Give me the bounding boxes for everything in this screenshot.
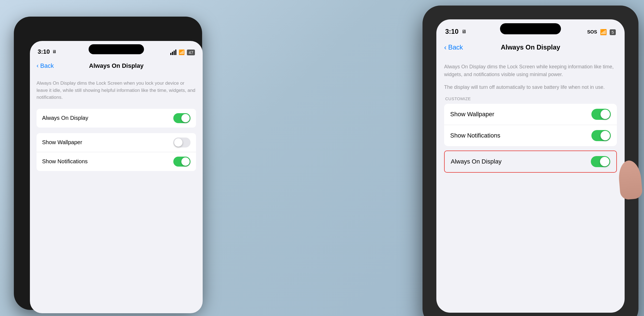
phone-right-frame: 3:10 🖥 SOS 📶 5 ‹ Back Always On Display xyxy=(423,6,638,316)
phone-right-screen: 3:10 🖥 SOS 📶 5 ‹ Back Always On Display xyxy=(436,19,625,313)
status-time-right: 3:10 xyxy=(445,28,458,35)
toggle-knob-wallpaper-right xyxy=(601,110,610,119)
nav-title-right: Always On Display xyxy=(501,43,560,51)
status-icons-left: 📶 47 xyxy=(170,49,195,55)
phone-left-screen: 3:10 🖥 📶 47 ‹ Ba xyxy=(30,41,203,313)
always-on-display-label-right: Always On Display xyxy=(451,158,501,165)
signal-bars-left xyxy=(170,50,176,55)
show-wallpaper-label-left: Show Wallpaper xyxy=(42,139,82,146)
show-wallpaper-toggle-right[interactable] xyxy=(591,109,611,120)
phone-left-case: 3:10 🖥 📶 47 ‹ Ba xyxy=(14,17,202,310)
wifi-icon-right: 📶 xyxy=(600,29,607,35)
show-notifications-row-right[interactable]: Show Notifications xyxy=(444,125,617,146)
show-notifications-label-left: Show Notifications xyxy=(42,158,88,165)
battery-left: 47 xyxy=(187,50,195,55)
nav-bar-right: ‹ Back Always On Display xyxy=(436,39,625,56)
phone-right: 3:10 🖥 SOS 📶 5 ‹ Back Always On Display xyxy=(417,0,644,316)
show-wallpaper-toggle-left[interactable] xyxy=(173,138,190,147)
toggle-knob-notif-left xyxy=(181,157,190,166)
back-label-left[interactable]: Back xyxy=(40,62,54,69)
always-on-display-highlighted-row[interactable]: Always On Display xyxy=(444,151,617,173)
status-time-left: 3:10 xyxy=(38,48,50,55)
sos-label-right: SOS xyxy=(587,29,597,35)
back-button-left[interactable]: ‹ Back xyxy=(37,62,54,69)
always-on-display-toggle-left[interactable] xyxy=(173,113,190,123)
settings-section-right: Show Wallpaper Show Notifications xyxy=(444,104,617,146)
battery-right: 5 xyxy=(610,29,616,35)
show-wallpaper-label-right: Show Wallpaper xyxy=(450,111,494,118)
description2-right: The display will turn off automatically … xyxy=(444,84,617,91)
show-notifications-row-left[interactable]: Show Notifications xyxy=(37,152,196,171)
always-on-display-row-left[interactable]: Always On Display xyxy=(37,109,196,128)
always-on-display-toggle-right[interactable] xyxy=(591,156,610,167)
description1-right: Always On Display dims the Lock Screen w… xyxy=(444,63,617,79)
toggle-knob-left xyxy=(181,114,190,122)
status-icons-right: SOS 📶 5 xyxy=(587,29,616,35)
nav-title-left: Always On Display xyxy=(89,62,144,69)
screen-content-right: Always On Display dims the Lock Screen w… xyxy=(436,56,625,313)
description-left: Always On Display dims the Lock Screen w… xyxy=(37,80,196,101)
always-on-display-label-left: Always On Display xyxy=(42,115,88,121)
nav-bar-left: ‹ Back Always On Display xyxy=(30,58,203,74)
show-wallpaper-row-right[interactable]: Show Wallpaper xyxy=(444,104,617,125)
toggle-knob-wallpaper-left xyxy=(174,138,182,147)
show-notifications-toggle-right[interactable] xyxy=(591,130,611,141)
chevron-left-icon-right: ‹ xyxy=(444,43,447,52)
monitor-icon-left: 🖥 xyxy=(52,49,56,54)
back-button-right[interactable]: ‹ Back xyxy=(444,43,463,52)
show-notifications-label-right: Show Notifications xyxy=(450,132,500,139)
screen-content-left: Always On Display dims the Lock Screen w… xyxy=(30,74,203,313)
show-notifications-toggle-left[interactable] xyxy=(173,157,190,167)
settings-section-main-left: Always On Display xyxy=(37,109,196,128)
dynamic-island-right xyxy=(500,23,561,34)
show-wallpaper-row-left[interactable]: Show Wallpaper xyxy=(37,133,196,152)
always-on-display-row-right[interactable]: Always On Display xyxy=(445,151,616,172)
settings-section-sub-left: Show Wallpaper Show Notifications xyxy=(37,133,196,171)
dynamic-island-left xyxy=(89,44,144,54)
chevron-left-icon-left: ‹ xyxy=(37,62,38,69)
toggle-lg-knob-notif xyxy=(601,131,610,140)
monitor-icon-right: 🖥 xyxy=(461,29,466,35)
customize-label-right: CUSTOMIZE xyxy=(444,96,617,101)
toggle-knob-aod-right xyxy=(600,157,609,166)
wifi-icon-left: 📶 xyxy=(179,49,185,55)
phone-left: 3:10 🖥 📶 47 ‹ Ba xyxy=(6,0,216,316)
back-label-right[interactable]: Back xyxy=(448,43,463,51)
